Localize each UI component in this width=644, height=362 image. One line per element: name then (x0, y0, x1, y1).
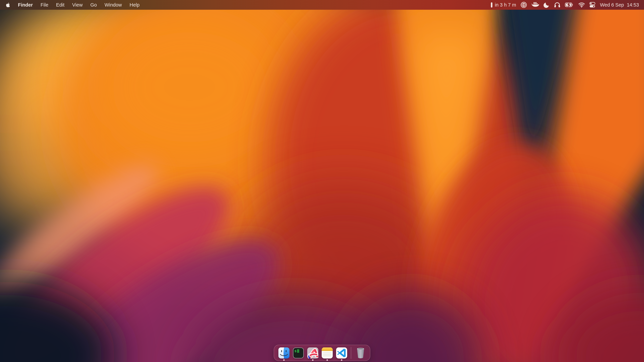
dock-app-vscode[interactable] (336, 348, 347, 359)
docker-whale-icon[interactable] (532, 2, 539, 8)
running-indicator (341, 359, 342, 361)
running-indicator (326, 359, 328, 361)
menu-window[interactable]: Window (104, 0, 122, 10)
focus-moon-icon[interactable] (544, 2, 550, 8)
dock-trash[interactable] (355, 347, 366, 359)
dock-app-arc[interactable] (307, 348, 318, 359)
terminal-icon: $ (293, 348, 304, 359)
timer-bar-icon (491, 2, 492, 7)
wallpaper-shapes (0, 0, 644, 362)
menu-file[interactable]: File (40, 0, 48, 10)
apple-menu[interactable] (6, 2, 10, 7)
trash-icon (355, 347, 366, 359)
power-circle-icon[interactable] (520, 2, 527, 8)
menubar-clock[interactable]: Wed 6 Sep 14:53 (600, 2, 639, 8)
running-indicator (312, 359, 314, 361)
timer-text: in 3 h 7 m (495, 2, 516, 8)
battery-charging-icon[interactable] (565, 2, 574, 8)
macos-desktop: Finder File Edit View Go Window Help in … (0, 0, 644, 362)
menubar-timer-item[interactable]: in 3 h 7 m (491, 2, 516, 8)
notes-icon (322, 348, 333, 359)
control-center-icon[interactable] (589, 2, 595, 8)
dock-app-terminal[interactable]: $ (293, 348, 304, 359)
menu-view[interactable]: View (72, 0, 82, 10)
dock-app-notes[interactable] (322, 348, 333, 359)
menu-bar: Finder File Edit View Go Window Help in … (0, 0, 644, 10)
menu-go[interactable]: Go (90, 0, 97, 10)
menubar-time: 14:53 (627, 2, 639, 8)
dock-separator (351, 347, 351, 359)
vscode-icon (336, 348, 347, 359)
dock-app-finder[interactable] (278, 348, 290, 359)
menubar-date: Wed 6 Sep (600, 2, 624, 8)
headphones-icon[interactable] (554, 2, 560, 8)
desktop-wallpaper (0, 0, 644, 362)
menu-help[interactable]: Help (130, 0, 140, 10)
menu-edit[interactable]: Edit (56, 0, 64, 10)
menu-app-finder[interactable]: Finder (18, 0, 33, 10)
menu-bar-left: Finder File Edit View Go Window Help (6, 0, 140, 10)
menu-bar-status-area: in 3 h 7 m (491, 2, 639, 8)
running-indicator (283, 359, 285, 361)
svg-text:$: $ (294, 350, 296, 353)
wifi-icon[interactable] (578, 2, 585, 7)
finder-icon (278, 348, 290, 359)
apple-icon (6, 2, 10, 7)
arc-browser-icon (307, 348, 318, 359)
dock: $ (274, 345, 370, 361)
